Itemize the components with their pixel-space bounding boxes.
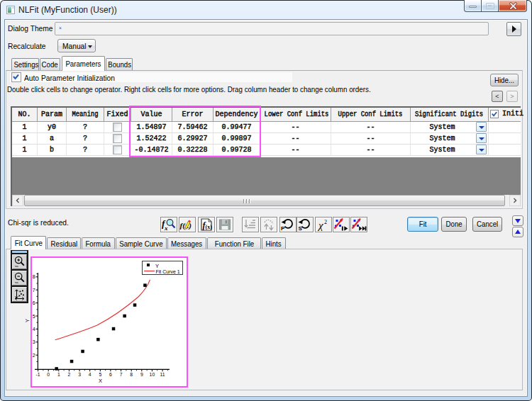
svg-text:5: 5	[33, 314, 35, 319]
svg-text:11: 11	[160, 372, 165, 377]
svg-text:Fit Curve 1: Fit Curve 1	[156, 269, 180, 274]
svg-text:χ: χ	[317, 220, 323, 231]
svg-text:8: 8	[130, 372, 133, 377]
svg-text:x: x	[164, 225, 168, 232]
svg-text:S: S	[299, 225, 303, 232]
svg-text:X: X	[99, 378, 102, 384]
svg-text:6: 6	[33, 300, 35, 305]
svg-text:7: 7	[33, 288, 35, 293]
svg-text:3: 3	[78, 372, 81, 377]
svg-text:10: 10	[150, 372, 155, 377]
svg-text:0: 0	[47, 372, 50, 377]
svg-text:8: 8	[33, 274, 35, 279]
svg-text:2: 2	[33, 353, 35, 358]
svg-text:3: 3	[33, 339, 35, 344]
svg-text:6: 6	[109, 372, 112, 377]
svg-text:4: 4	[33, 327, 35, 332]
svg-text:9: 9	[140, 372, 143, 377]
svg-text:P: P	[281, 225, 285, 232]
svg-text:(x): (x)	[206, 224, 213, 230]
svg-text:1: 1	[57, 372, 60, 377]
svg-text:7: 7	[120, 372, 123, 377]
svg-text:2: 2	[324, 219, 327, 225]
svg-text:5: 5	[99, 372, 101, 377]
svg-text:4: 4	[89, 372, 92, 377]
svg-text:2: 2	[68, 372, 71, 377]
svg-text:-1: -1	[36, 372, 40, 377]
